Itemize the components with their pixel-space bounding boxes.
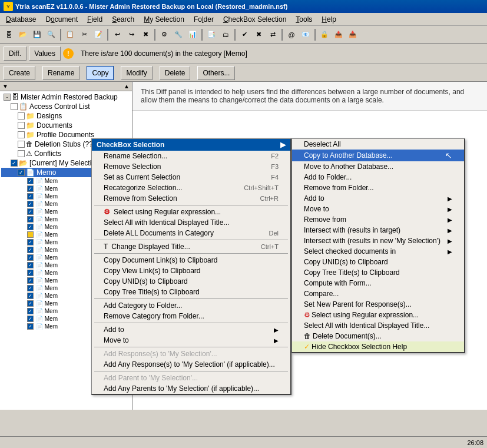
- ctx-copy-unid[interactable]: Copy UNID(s) to Clipboard: [92, 276, 290, 287]
- toolbar-btn-11[interactable]: ⚙: [158, 28, 171, 41]
- ctx-sub-move-to[interactable]: Move to ▶: [292, 204, 464, 214]
- toolbar-btn-16[interactable]: ✔: [238, 28, 251, 41]
- conflicts-checkbox[interactable]: [18, 150, 25, 157]
- toolbar-btn-3[interactable]: 💾: [31, 28, 44, 41]
- ctx-sub-intersect-new[interactable]: Intersect with (results in new 'My Selec…: [292, 235, 464, 246]
- toolbar-btn-18[interactable]: ⇄: [266, 28, 279, 41]
- toolbar-btn-19[interactable]: @: [285, 28, 298, 41]
- ctx-remove-from-selection[interactable]: Remove from Selection Ctrl+R: [92, 193, 290, 204]
- root-checkbox[interactable]: -: [4, 94, 11, 101]
- ctx-copy-treetitle[interactable]: Copy Tree Title(s) to Clipboard: [92, 287, 290, 297]
- menu-document[interactable]: Document: [41, 14, 82, 25]
- ctx-sub-remove-folder[interactable]: Remove from Folder...: [292, 182, 464, 193]
- delete-button[interactable]: Delete: [160, 66, 191, 80]
- ctx-move-to[interactable]: Move to ▶: [92, 335, 290, 346]
- ctx-sub-intersect-target[interactable]: Intersect with (results in target) ▶: [292, 225, 464, 235]
- action-toolbar: Create Rename Copy Modify Delete Others.…: [0, 64, 487, 82]
- ctx-copy-viewlink[interactable]: Copy View Link(s) to Clipboard: [92, 266, 290, 276]
- tree-documents[interactable]: 📁 Documents: [1, 121, 131, 130]
- toolbar-btn-9[interactable]: ↪: [125, 28, 138, 41]
- ctx-sub-copy-treetitle[interactable]: Copy Tree Title(s) to Clipboard: [292, 267, 464, 278]
- menu-field[interactable]: Field: [82, 14, 107, 25]
- title-text: Ytria scanEZ v11.0.0.6 - Mister Admin Re…: [15, 3, 287, 10]
- rename-button[interactable]: Rename: [42, 66, 79, 80]
- values-button[interactable]: Values: [29, 47, 61, 61]
- ctx-sub-set-parent[interactable]: Set New Parent for Response(s)...: [292, 299, 464, 310]
- sep4: [201, 29, 203, 41]
- toolbar-btn-17[interactable]: ✖: [252, 28, 265, 41]
- ctx-sub-remove-from[interactable]: Remove from ▶: [292, 214, 464, 225]
- deletion-checkbox[interactable]: [18, 141, 25, 148]
- ctx-sub-add-to[interactable]: Add to ▶: [292, 193, 464, 204]
- toolbar-btn-20[interactable]: 📧: [299, 28, 312, 41]
- diff-button[interactable]: Diff.: [4, 47, 26, 61]
- menu-search[interactable]: Search: [107, 14, 139, 25]
- toolbar-btn-22[interactable]: 📤: [332, 28, 345, 41]
- ctx-sub-compute[interactable]: Compute with Form...: [292, 278, 464, 288]
- toolbar-btn-8[interactable]: ↩: [111, 28, 124, 41]
- ctx-sub-copy-another-db[interactable]: Copy to Another Database... ↖: [292, 150, 464, 161]
- designs-checkbox[interactable]: [18, 112, 25, 120]
- ctx-sep4: [94, 298, 288, 299]
- toolbar-btn-10[interactable]: ✖: [139, 28, 152, 41]
- ctx-sub-move-another-db[interactable]: Move to Another Database...: [292, 161, 464, 172]
- ctx-set-current[interactable]: Set as Current Selection F4: [92, 172, 290, 182]
- ctx-add-any-parents[interactable]: Add Any Parents to 'My Selection' (if ap…: [92, 383, 290, 394]
- ctx-rename-selection[interactable]: Rename Selection... F2: [92, 151, 290, 161]
- documents-checkbox[interactable]: [18, 122, 25, 129]
- ctx-sub-hide-help[interactable]: ✓Hide Checkbox Selection Help: [292, 341, 464, 352]
- ctx-sub-select-identical[interactable]: Select All with Identical Displayed Titl…: [292, 320, 464, 331]
- ctx-sub-copy-unid[interactable]: Copy UNID(s) to Clipboard: [292, 257, 464, 267]
- create-button[interactable]: Create: [4, 66, 35, 80]
- tree-acl[interactable]: 📋 Access Control List: [1, 102, 131, 111]
- ctx-change-title[interactable]: TChange Displayed Title... Ctrl+T: [92, 241, 290, 252]
- profile-checkbox[interactable]: [18, 131, 25, 138]
- toolbar-btn-14[interactable]: 📑: [205, 28, 218, 41]
- menu-checkbox[interactable]: CheckBox Selection: [218, 14, 291, 25]
- ctx-sub-compare[interactable]: Compare...: [292, 288, 464, 299]
- ctx-sub-deselect-all[interactable]: Deselect All: [292, 139, 464, 150]
- designs-icon: 📁: [26, 112, 35, 120]
- menu-tools[interactable]: Tools: [291, 14, 317, 25]
- ctx-select-regex[interactable]: ⚙Select using Regular expression...: [92, 207, 290, 217]
- ctx-remove-category-folder[interactable]: Remove Category from Folder...: [92, 311, 290, 321]
- toolbar-btn-1[interactable]: 🗄: [2, 28, 15, 41]
- toolbar-btn-12[interactable]: 🔧: [172, 28, 185, 41]
- myselection-checkbox[interactable]: ✓: [11, 160, 18, 167]
- toolbar-btn-21[interactable]: 🔒: [318, 28, 331, 41]
- menu-help[interactable]: Help: [317, 14, 341, 25]
- toolbar-btn-13[interactable]: 📊: [186, 28, 199, 41]
- ctx-copy-doclink[interactable]: Copy Document Link(s) to Clipboard: [92, 255, 290, 266]
- others-button[interactable]: Others...: [197, 66, 235, 80]
- acl-checkbox[interactable]: [11, 103, 18, 110]
- toolbar-btn-5[interactable]: 📋: [64, 28, 77, 41]
- tree-root[interactable]: - 🗄 Mister Admin Restored Backup: [1, 92, 131, 102]
- ctx-sub-select-regex[interactable]: ⚙Select using Regular expression...: [292, 310, 464, 320]
- toolbar-btn-4[interactable]: 🔍: [45, 28, 58, 41]
- ctx-main-header: CheckBox Selection ▶: [92, 139, 290, 151]
- ctx-select-identical[interactable]: Select All with Identical Displayed Titl…: [92, 217, 290, 228]
- toolbar-btn-23[interactable]: 📥: [346, 28, 359, 41]
- ctx-add-to[interactable]: Add to ▶: [92, 324, 290, 335]
- menu-folder[interactable]: Folder: [189, 14, 218, 25]
- ctx-sub-add-folder[interactable]: Add to Folder...: [292, 172, 464, 182]
- ctx-sub-delete-docs[interactable]: 🗑Delete Document(s)...: [292, 331, 464, 341]
- ctx-delete-all[interactable]: Delete ALL Documents in Category Del: [92, 228, 290, 238]
- toolbar-btn-2[interactable]: 📂: [16, 28, 29, 41]
- copy-button[interactable]: Copy: [87, 66, 114, 80]
- ctx-main-title: CheckBox Selection: [97, 141, 164, 149]
- toolbar-btn-6[interactable]: ✂: [78, 28, 91, 41]
- ctx-recategorize[interactable]: Recategorize Selection... Ctrl+Shift+T: [92, 182, 290, 193]
- toolbar-btn-7[interactable]: 📝: [92, 28, 105, 41]
- ctx-add-any-responses[interactable]: Add Any Response(s) to 'My Selection' (i…: [92, 359, 290, 370]
- menu-database[interactable]: Database: [1, 14, 41, 25]
- ctx-sep6: [94, 347, 288, 347]
- toolbar-btn-15[interactable]: 🗂: [219, 28, 232, 41]
- menu-myselection[interactable]: My Selection: [139, 14, 189, 25]
- memo-checkbox[interactable]: ✓: [18, 169, 25, 176]
- modify-button[interactable]: Modify: [121, 66, 152, 80]
- ctx-add-category-folder[interactable]: Add Category to Folder...: [92, 300, 290, 311]
- ctx-sub-select-checked[interactable]: Select checked documents in ▶: [292, 246, 464, 257]
- tree-designs[interactable]: 📁 Designs: [1, 111, 131, 121]
- ctx-remove-selection[interactable]: Remove Selection F3: [92, 161, 290, 172]
